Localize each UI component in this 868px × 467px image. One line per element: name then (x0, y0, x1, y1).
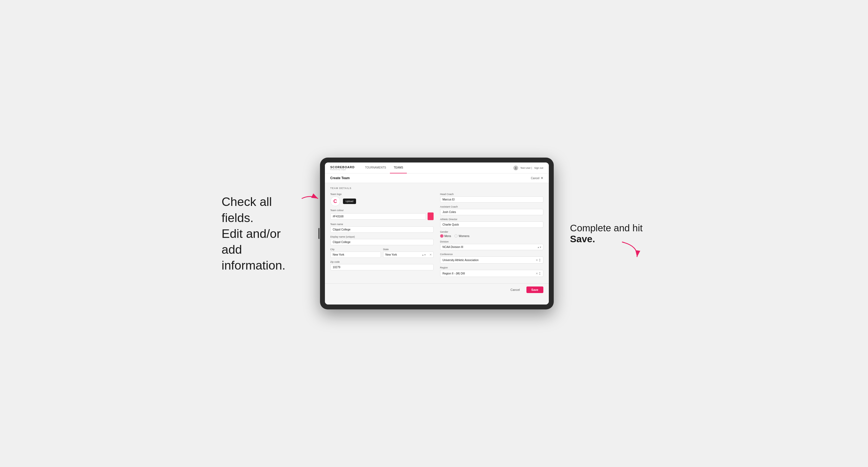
radio-mens-circle[interactable] (440, 234, 443, 238)
conference-actions: ✕ ▲ ▼ (536, 258, 541, 262)
team-name-label: Team name (330, 223, 434, 225)
city-field: City (330, 248, 381, 258)
team-colour-input[interactable] (330, 213, 426, 220)
conference-wrapper: University Athletic Association ✕ ▲ ▼ (440, 256, 544, 263)
assistant-coach-input[interactable] (440, 209, 544, 215)
division-field: Division NCAA Division III ▲▼ (440, 240, 544, 250)
signout-link[interactable]: Sign out (534, 166, 543, 169)
form-footer: Cancel Save (325, 283, 549, 296)
head-coach-label: Head Coach (440, 193, 544, 195)
city-label: City (330, 248, 381, 251)
nav-items: TOURNAMENTS TEAMS (361, 162, 513, 174)
logo-circle: C (330, 196, 340, 206)
upload-button[interactable]: Upload (343, 198, 356, 204)
nav-teams[interactable]: TEAMS (390, 162, 407, 174)
tablet-screen: SCOREBOARD Powered by clippd TOURNAMENTS… (325, 162, 549, 305)
team-logo-label: Team logo (330, 193, 434, 195)
division-select[interactable]: NCAA Division III (440, 244, 544, 250)
left-text-line2: Edit and/or add (222, 227, 281, 256)
left-text-line1: Check all fields. (222, 195, 272, 224)
gender-womens-option[interactable]: Womens (454, 234, 469, 238)
page-wrapper: Check all fields. Edit and/or add inform… (11, 158, 857, 309)
gender-mens-option[interactable]: Mens (440, 234, 451, 238)
state-select-inner: New York ▲▼ (383, 252, 428, 257)
gender-row: Mens Womens (440, 234, 544, 238)
side-button (318, 228, 319, 239)
main-content: Create Team Cancel ✕ TEAM DETAILS (325, 174, 549, 305)
avatar (513, 165, 518, 170)
display-name-field: Display name (unique) (330, 236, 434, 245)
cancel-button[interactable]: Cancel (507, 286, 524, 293)
logo-upload-area: C Upload (330, 196, 434, 206)
save-button[interactable]: Save (526, 286, 544, 293)
right-arrow-annotation (619, 241, 641, 261)
form-body: TEAM DETAILS Team logo C (325, 183, 549, 283)
athletic-director-label: Athletic Director (440, 218, 544, 221)
form-header: Create Team Cancel ✕ (325, 174, 549, 183)
zip-field: Zip code (330, 260, 434, 270)
region-clear-button[interactable]: ✕ (536, 272, 538, 275)
zip-label: Zip code (330, 260, 434, 263)
nav-right: Test User | Sign out (513, 165, 544, 170)
team-name-field: Team name (330, 223, 434, 233)
region-field: Region Region II - (M) DIII ✕ ▲ ▼ (440, 266, 544, 277)
tablet-frame: SCOREBOARD Powered by clippd TOURNAMENTS… (320, 158, 554, 309)
radio-mens-dot (441, 235, 443, 237)
gender-label: Gender (440, 230, 544, 233)
gender-mens-label: Mens (444, 235, 451, 238)
athletic-director-field: Athletic Director (440, 218, 544, 228)
right-column: Head Coach Assistant Coach Athletic Dire… (440, 193, 544, 280)
assistant-coach-field: Assistant Coach (440, 206, 544, 215)
region-wrapper: Region II - (M) DIII ✕ ▲ ▼ (440, 270, 544, 277)
right-annotation: Complete and hit Save. (570, 223, 647, 244)
city-state-row: City State New York (330, 248, 434, 258)
conference-value: University Athletic Association (443, 259, 478, 261)
left-arrow-annotation (300, 193, 319, 205)
logo-subtext: Powered by clippd (330, 169, 355, 170)
assistant-coach-label: Assistant Coach (440, 206, 544, 208)
head-coach-input[interactable] (440, 196, 544, 203)
display-name-input[interactable] (330, 239, 434, 245)
region-actions: ✕ ▲ ▼ (536, 272, 541, 275)
state-field: State New York ▲▼ ✕ (383, 248, 434, 258)
zip-input[interactable] (330, 264, 434, 270)
logo-text: SCOREBOARD (330, 165, 355, 169)
gender-womens-label: Womens (459, 235, 469, 238)
section-label: TEAM DETAILS (330, 187, 544, 190)
right-text-plain: Complete and hit (570, 223, 643, 233)
form-title: Create Team (330, 176, 350, 180)
athletic-director-input[interactable] (440, 221, 544, 228)
division-label: Division (440, 240, 544, 243)
region-label: Region (440, 266, 544, 269)
conference-arrows-icon: ▲ ▼ (539, 258, 541, 262)
left-annotation: Check all fields. Edit and/or add inform… (222, 194, 304, 273)
svg-point-2 (515, 168, 517, 169)
team-logo-field: Team logo C Upload (330, 193, 434, 206)
left-column: Team logo C Upload (330, 193, 434, 280)
left-text-line3: information. (222, 258, 286, 272)
form-grid: Team logo C Upload (330, 193, 544, 280)
state-select-wrapper: New York ▲▼ ✕ (383, 251, 434, 258)
color-field-wrapper (330, 213, 434, 220)
display-name-label: Display name (unique) (330, 236, 434, 238)
cancel-top-button[interactable]: Cancel ✕ (531, 176, 543, 180)
user-name: Test User | (520, 166, 532, 169)
navbar: SCOREBOARD Powered by clippd TOURNAMENTS… (325, 162, 549, 174)
state-clear-button[interactable]: ✕ (428, 253, 433, 256)
state-label: State (383, 248, 434, 251)
team-name-input[interactable] (330, 226, 434, 233)
color-swatch[interactable] (428, 213, 434, 220)
team-colour-field: Team colour (330, 209, 434, 220)
team-colour-label: Team colour (330, 209, 434, 212)
svg-point-1 (515, 167, 516, 168)
division-select-wrapper: NCAA Division III ▲▼ (440, 244, 544, 250)
logo-area: SCOREBOARD Powered by clippd (330, 165, 355, 170)
city-input[interactable] (330, 251, 381, 258)
nav-tournaments[interactable]: TOURNAMENTS (361, 162, 390, 174)
gender-field: Gender Mens (440, 230, 544, 238)
conference-field: Conference University Athletic Associati… (440, 253, 544, 263)
conference-label: Conference (440, 253, 544, 256)
state-select[interactable]: New York (383, 252, 428, 257)
radio-womens-circle[interactable] (454, 234, 458, 238)
conference-clear-button[interactable]: ✕ (536, 259, 538, 261)
